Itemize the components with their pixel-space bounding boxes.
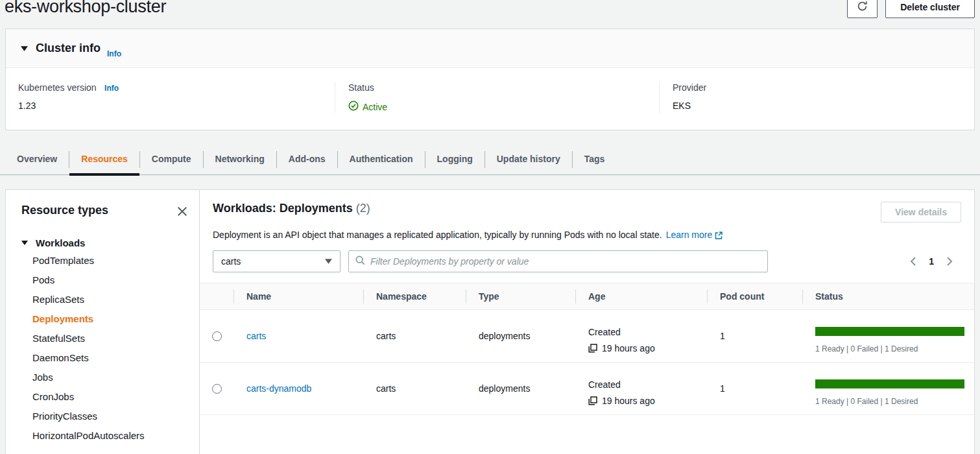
sidebar-item-statefulsets[interactable]: StatefulSets: [21, 329, 189, 348]
row-radio-button[interactable]: [212, 331, 222, 341]
deployments-description: Deployment is an API object that manages…: [213, 230, 961, 241]
pod-count-cell: 1: [707, 363, 802, 414]
kubernetes-version-field: Kubernetes version Info 1.23: [6, 82, 335, 113]
cluster-info-header[interactable]: Cluster info Info: [6, 29, 974, 68]
deployment-name-link[interactable]: carts: [246, 331, 266, 341]
table-header-row: Name Namespace Type Age Pod count Status: [200, 283, 974, 310]
tab-compute[interactable]: Compute: [140, 144, 203, 174]
filter-dropdown[interactable]: carts: [213, 250, 341, 272]
pod-count-cell: 1: [707, 310, 802, 362]
view-details-button[interactable]: View details: [881, 202, 961, 222]
type-cell: deployments: [466, 363, 575, 414]
tab-resources[interactable]: Resources: [69, 144, 139, 174]
page-header: eks-workshop-cluster Delete cluster: [0, 0, 980, 29]
search-icon: [355, 256, 365, 268]
kubernetes-version-value: 1.23: [18, 101, 335, 111]
status-progress-bar: [815, 379, 964, 388]
status-cell: 1 Ready | 0 Failed | 1 Desired: [802, 371, 974, 406]
namespace-cell: carts: [363, 310, 466, 362]
sidebar-item-daemonsets[interactable]: DaemonSets: [21, 348, 189, 368]
provider-field: Provider EKS: [659, 82, 974, 113]
kubernetes-version-info-link[interactable]: Info: [104, 84, 119, 93]
caret-down-icon: [21, 46, 28, 51]
tab-add-ons[interactable]: Add-ons: [277, 144, 337, 174]
column-header-age: Age: [575, 283, 707, 309]
next-page-icon[interactable]: [945, 256, 955, 267]
caret-down-icon: [21, 241, 29, 245]
deployments-count: (2): [356, 202, 370, 215]
column-header-status: Status: [802, 283, 974, 309]
page-actions: Delete cluster: [847, 0, 975, 18]
status-cell: 1 Ready | 0 Failed | 1 Desired: [802, 318, 974, 353]
tab-overview[interactable]: Overview: [5, 144, 69, 174]
delete-cluster-button[interactable]: Delete cluster: [885, 0, 975, 18]
tab-tags[interactable]: Tags: [573, 144, 617, 174]
caret-down-icon: [325, 259, 332, 264]
copy-icon[interactable]: [588, 344, 597, 353]
column-header-namespace: Namespace: [363, 283, 466, 309]
cluster-info-card: Cluster info Info Kubernetes version Inf…: [5, 29, 975, 130]
search-field: [348, 250, 768, 272]
sidebar-item-pods[interactable]: Pods: [21, 270, 189, 290]
status-text: 1 Ready | 0 Failed | 1 Desired: [815, 397, 964, 406]
sidebar-items: PodTemplates Pods ReplicaSets Deployment…: [21, 251, 189, 446]
sidebar-group-workloads[interactable]: Workloads: [21, 237, 189, 248]
namespace-cell: carts: [363, 363, 466, 414]
deployments-table: Name Namespace Type Age Pod count Status…: [200, 283, 974, 415]
table-row: carts carts deployments Created 19 hours…: [200, 310, 974, 363]
current-page-number[interactable]: 1: [929, 256, 934, 267]
learn-more-link[interactable]: Learn more: [666, 230, 713, 240]
table-row: carts-dynamodb carts deployments Created…: [200, 363, 974, 415]
refresh-icon: [857, 1, 868, 14]
sidebar-title: Resource types: [21, 204, 108, 217]
status-label: Status: [348, 82, 374, 93]
column-header-pod-count: Pod count: [707, 283, 802, 309]
filter-dropdown-value: carts: [221, 256, 241, 267]
page-title: eks-workshop-cluster: [5, 0, 166, 17]
age-cell: Created 19 hours ago: [575, 318, 707, 353]
status-value: Active: [348, 101, 659, 113]
column-header-name: Name: [233, 283, 363, 309]
sidebar-item-podtemplates[interactable]: PodTemplates: [21, 251, 189, 270]
close-icon[interactable]: [176, 205, 189, 220]
search-input[interactable]: [370, 256, 761, 267]
status-progress-bar: [815, 327, 964, 336]
resources-panel: Resource types Workloads PodTemplates Po…: [5, 189, 975, 454]
row-radio-button[interactable]: [212, 384, 222, 394]
resource-types-sidebar: Resource types Workloads PodTemplates Po…: [6, 190, 200, 454]
sidebar-item-priorityclasses[interactable]: PriorityClasses: [21, 407, 189, 426]
column-header-type: Type: [466, 283, 575, 309]
age-cell: Created 19 hours ago: [575, 371, 707, 406]
status-field: Status Active: [335, 82, 659, 113]
previous-page-icon[interactable]: [908, 256, 918, 267]
tab-authentication[interactable]: Authentication: [338, 144, 425, 174]
cluster-info-body: Kubernetes version Info 1.23 Status Acti…: [6, 68, 974, 130]
kubernetes-version-label: Kubernetes version: [18, 82, 97, 93]
sidebar-item-deployments[interactable]: Deployments: [21, 309, 189, 329]
check-circle-icon: [348, 101, 359, 113]
tab-logging[interactable]: Logging: [425, 144, 484, 174]
tab-update-history[interactable]: Update history: [485, 144, 572, 174]
radio-column-header: [200, 283, 233, 309]
tab-networking[interactable]: Networking: [204, 144, 276, 174]
deployment-name-link[interactable]: carts-dynamodb: [246, 383, 311, 394]
tab-bar: Overview Resources Compute Networking Ad…: [0, 144, 980, 175]
sidebar-item-horizontalpodautoscalers[interactable]: HorizontalPodAutoscalers: [21, 426, 189, 446]
pagination: 1: [908, 256, 961, 267]
cluster-info-title: Cluster info: [36, 42, 101, 55]
type-cell: deployments: [466, 310, 575, 362]
sidebar-item-replicasets[interactable]: ReplicaSets: [21, 290, 189, 309]
provider-value: EKS: [673, 101, 974, 111]
copy-icon[interactable]: [588, 396, 597, 405]
deployments-main: Workloads: Deployments(2) View details D…: [200, 190, 974, 454]
refresh-button[interactable]: [847, 0, 878, 18]
cluster-info-info-link[interactable]: Info: [107, 49, 121, 58]
deployments-heading: Workloads: Deployments(2): [213, 202, 370, 215]
status-text: 1 Ready | 0 Failed | 1 Desired: [815, 344, 964, 353]
sidebar-item-cronjobs[interactable]: CronJobs: [21, 387, 189, 407]
external-link-icon: [715, 231, 723, 241]
provider-label: Provider: [673, 82, 706, 93]
sidebar-item-jobs[interactable]: Jobs: [21, 368, 189, 387]
